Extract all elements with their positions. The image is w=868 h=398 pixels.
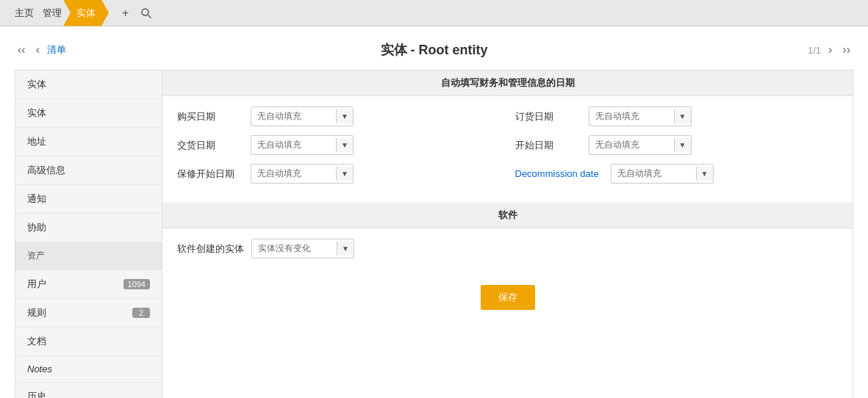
dates-row-3: 保修开始日期 无自动填充 ▼ Decommission date 无自动填充 ▼	[177, 164, 838, 184]
page-header: ‹‹ ‹ 清单 实体 - Root entity 1/1 › ››	[15, 34, 853, 70]
order-date-group: 订货日期 无自动填充 ▼	[515, 106, 839, 126]
sidebar-item-assist[interactable]: 协助	[15, 214, 162, 242]
start-date-select[interactable]: 无自动填充 ▼	[589, 135, 692, 155]
start-date-label: 开始日期	[515, 139, 581, 152]
delivery-date-group: 交货日期 无自动填充 ▼	[177, 135, 501, 155]
content-area: 实体 实体 地址 高级信息 通知 协助 资产 用户 1094	[15, 70, 853, 398]
order-date-select[interactable]: 无自动填充 ▼	[589, 106, 692, 126]
software-row: 软件创建的实体 实体没有变化 ▼	[177, 239, 838, 258]
page-count: 1/1	[808, 45, 821, 56]
entity-created-select[interactable]: 实体没有变化 ▼	[251, 239, 354, 258]
entity-created-label: 软件创建的实体	[177, 242, 244, 256]
decommission-date-arrow[interactable]: ▼	[696, 167, 713, 181]
page-title: 实体 - Root entity	[103, 41, 765, 59]
rules-badge: 2	[132, 308, 150, 318]
delivery-date-arrow[interactable]: ▼	[336, 138, 353, 152]
page-nav-right: 1/1 › ››	[765, 42, 853, 58]
nav-prev-button[interactable]: ‹	[33, 42, 43, 58]
dates-row-2: 交货日期 无自动填充 ▼ 开始日期 无自动填充 ▼	[177, 135, 838, 155]
purchase-date-group: 购买日期 无自动填充 ▼	[177, 106, 501, 126]
warranty-date-group: 保修开始日期 无自动填充 ▼	[177, 164, 501, 184]
warranty-date-label: 保修开始日期	[177, 167, 243, 181]
sidebar: 实体 实体 地址 高级信息 通知 协助 资产 用户 1094	[15, 70, 162, 398]
sidebar-item-users[interactable]: 用户 1094	[15, 270, 162, 299]
purchase-date-arrow[interactable]: ▼	[336, 109, 353, 123]
breadcrumb-entity[interactable]: 实体	[63, 0, 109, 26]
warranty-date-arrow[interactable]: ▼	[336, 167, 353, 181]
decommission-date-select[interactable]: 无自动填充 ▼	[611, 164, 714, 184]
search-icon[interactable]	[134, 7, 158, 19]
purchase-date-select[interactable]: 无自动填充 ▼	[251, 106, 354, 126]
sidebar-item-entity1[interactable]: 实体	[15, 70, 162, 99]
sidebar-item-notify[interactable]: 通知	[15, 185, 162, 214]
sidebar-item-advanced[interactable]: 高级信息	[15, 156, 162, 185]
software-section: 软件 软件创建的实体 实体没有变化 ▼	[162, 203, 853, 278]
sidebar-item-entity2[interactable]: 实体	[15, 99, 162, 128]
decommission-date-group: Decommission date 无自动填充 ▼	[515, 164, 839, 184]
start-date-arrow[interactable]: ▼	[674, 138, 691, 152]
order-date-label: 订货日期	[515, 110, 581, 123]
list-link[interactable]: 清单	[47, 43, 66, 57]
entity-created-arrow[interactable]: ▼	[337, 242, 354, 256]
main-container: ‹‹ ‹ 清单 实体 - Root entity 1/1 › ›› 实体 实体 …	[0, 26, 868, 398]
sidebar-item-history[interactable]: 历史	[15, 383, 162, 398]
decommission-date-value: 无自动填充	[611, 164, 696, 183]
delivery-date-label: 交货日期	[177, 139, 243, 152]
start-date-group: 开始日期 无自动填充 ▼	[515, 135, 839, 155]
sidebar-item-rules[interactable]: 规则 2	[15, 299, 162, 328]
main-content: 自动填写财务和管理信息的日期 购买日期 无自动填充 ▼ 订货日期	[162, 70, 853, 398]
svg-point-0	[142, 9, 148, 15]
purchase-date-label: 购买日期	[177, 110, 243, 123]
save-button[interactable]: 保存	[481, 285, 535, 310]
dates-form: 购买日期 无自动填充 ▼ 订货日期 无自动填充 ▼	[162, 96, 853, 203]
sidebar-item-notes[interactable]: Notes	[15, 356, 162, 383]
delivery-date-select[interactable]: 无自动填充 ▼	[251, 135, 354, 155]
dates-section: 自动填写财务和管理信息的日期 购买日期 无自动填充 ▼ 订货日期	[162, 70, 853, 203]
decommission-date-label[interactable]: Decommission date	[515, 168, 603, 179]
software-section-title: 软件	[162, 203, 853, 228]
warranty-date-value: 无自动填充	[251, 164, 336, 183]
sidebar-section-assets: 资产	[15, 242, 162, 270]
warranty-date-select[interactable]: 无自动填充 ▼	[251, 164, 354, 184]
add-icon[interactable]: +	[116, 7, 134, 20]
software-form: 软件创建的实体 实体没有变化 ▼	[162, 228, 853, 278]
dates-row-1: 购买日期 无自动填充 ▼ 订货日期 无自动填充 ▼	[177, 106, 838, 126]
topnav: 主页 管理 实体 +	[0, 0, 868, 26]
sidebar-item-address[interactable]: 地址	[15, 128, 162, 156]
nav-last-button[interactable]: ››	[839, 42, 853, 58]
page-nav-left: ‹‹ ‹ 清单	[15, 42, 103, 58]
svg-line-1	[148, 15, 151, 18]
purchase-date-value: 无自动填充	[251, 107, 336, 126]
dates-section-title: 自动填写财务和管理信息的日期	[162, 70, 853, 96]
start-date-value: 无自动填充	[589, 136, 674, 154]
users-badge: 1094	[123, 279, 150, 289]
sidebar-item-docs[interactable]: 文档	[15, 328, 162, 356]
entity-created-value: 实体没有变化	[252, 239, 337, 258]
breadcrumb-home[interactable]: 主页	[7, 0, 41, 26]
order-date-arrow[interactable]: ▼	[674, 109, 691, 123]
order-date-value: 无自动填充	[589, 107, 674, 126]
delivery-date-value: 无自动填充	[251, 136, 336, 154]
save-area: 保存	[162, 278, 853, 325]
nav-next-button[interactable]: ›	[825, 42, 835, 58]
nav-first-button[interactable]: ‹‹	[15, 42, 29, 58]
entity-created-group: 软件创建的实体 实体没有变化 ▼	[177, 239, 838, 258]
